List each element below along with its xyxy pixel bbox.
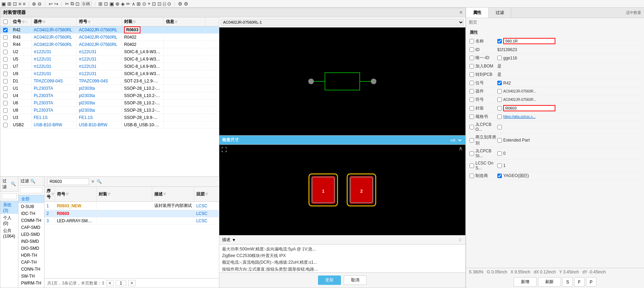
row-checkbox[interactable] (3, 79, 8, 83)
sort-comp-icon[interactable]: ▽ (43, 20, 45, 24)
table-row[interactable]: R44 AC0402JR-07560RL AC0402JR-07560RL R0… (0, 41, 219, 48)
cat-item-comm[interactable]: COMM-TH (18, 217, 44, 224)
prop-val-check-spec[interactable] (497, 114, 502, 119)
expand-icon[interactable]: ⛶ (221, 147, 227, 153)
tab-properties[interactable]: 属性 (466, 8, 489, 18)
prop-check-lcsc[interactable] (470, 163, 474, 168)
toolbar-icon-27[interactable]: ⚙ (178, 1, 182, 7)
search-icon[interactable]: 🔍 (97, 179, 102, 184)
prop-check-jlcpcb-st[interactable] (470, 151, 474, 156)
cat-item-ind[interactable]: IND-SMD (18, 238, 44, 245)
prop-val-check-custom-cat[interactable] (497, 138, 502, 143)
toolbar-icon-16[interactable]: ⊕ (115, 1, 120, 7)
toolbar-icon-18[interactable]: ✏ (126, 1, 130, 7)
toolbar-icon-7[interactable]: ⊖ (38, 1, 42, 7)
row-checkbox[interactable] (3, 123, 8, 127)
prop-check-uid[interactable] (470, 56, 474, 60)
prop-check-comp[interactable] (470, 89, 474, 94)
row-checkbox[interactable] (3, 101, 8, 105)
sort-info-icon[interactable]: ▽ (175, 20, 177, 24)
close-button[interactable]: × (459, 9, 463, 16)
sort-num-icon[interactable]: ▽ (51, 192, 54, 196)
prop-input-name[interactable] (503, 38, 555, 44)
table-row[interactable]: U3 FE1.1S FE1.1S SSOP-28_L9.9-W3.9-P0... (0, 114, 219, 121)
page-input[interactable] (116, 280, 126, 286)
sort-desc-icon[interactable]: ▽ (163, 192, 166, 196)
row-checkbox[interactable] (3, 57, 8, 62)
toolbar-icon-28[interactable]: ⚙ (184, 1, 188, 7)
row-checkbox[interactable] (3, 42, 8, 47)
prop-check-sym[interactable] (470, 97, 474, 102)
table-row[interactable]: U2 π122U31 π122U31 SOIC-8_L4.9-W3.9-P1.2… (0, 48, 219, 56)
spec-link[interactable]: https://atta.szlcsc.c... (503, 115, 536, 119)
toolbar-icon-22[interactable]: ⌖ (148, 1, 150, 7)
refresh-button[interactable]: 刷新 (538, 277, 561, 287)
prop-val-check-pos[interactable] (497, 81, 502, 85)
row-checkbox[interactable] (3, 35, 8, 40)
filter-search-input[interactable] (2, 193, 17, 199)
prop-input-pkg[interactable] (503, 105, 555, 111)
toolbar-icon-21[interactable]: ⊙ (142, 1, 146, 7)
table-row[interactable]: U6 PL2303TA pl2303ta SSOP-28_L10.2-W5.3-… (0, 99, 219, 107)
cat-item-all[interactable]: 全部 (18, 195, 44, 203)
filename-input[interactable]: R0603 (47, 178, 89, 185)
cat-item-pwrm[interactable]: PWRM-TH (18, 280, 44, 287)
prop-check-mfr[interactable] (470, 174, 474, 178)
p-button[interactable]: P (586, 277, 596, 287)
update-button[interactable]: 更新 (318, 275, 341, 285)
table-row[interactable]: R42 AC0402JR-07560RL AC0402JR-07560RL R0… (0, 26, 219, 34)
category-search-input[interactable] (20, 187, 43, 193)
row-checkbox[interactable] (3, 28, 8, 32)
cat-item-dio[interactable]: DIO-SMD (18, 245, 44, 252)
toolbar-icon-14[interactable]: ⊡ (104, 1, 108, 7)
prop-check-id[interactable] (470, 47, 474, 52)
toolbar-icon-20[interactable]: ⊞ (137, 1, 141, 7)
toolbar-icon-1[interactable]: ▣ (1, 1, 6, 7)
zoom-input[interactable]: 0.05 (81, 1, 92, 6)
cat-item-cap[interactable]: CAP-SMD (18, 224, 44, 231)
sort-src-icon[interactable]: ▽ (205, 192, 208, 196)
table-row[interactable]: U8 PL2303TA pl2303ta SSOP-28_L10.2-W5.3-… (0, 107, 219, 114)
f-button[interactable]: F (574, 277, 584, 287)
cat-item-conn[interactable]: CONN-TH (18, 266, 44, 273)
table-row[interactable]: R43 AC0402JR-07560RL AC0402JR-07560RL R0… (0, 34, 219, 41)
row-checkbox[interactable] (3, 72, 8, 76)
toolbar-icon-12[interactable]: ⊡ (75, 1, 80, 7)
row-checkbox[interactable] (3, 86, 8, 91)
row-checkbox[interactable] (3, 64, 8, 69)
preview-dropdown[interactable]: AC0402JR-07560RL-1 (221, 19, 464, 26)
cat-item-captH[interactable]: CAP-TH (18, 259, 44, 266)
s-button[interactable]: S (562, 277, 573, 287)
prop-check-spec[interactable] (470, 114, 474, 119)
table-row[interactable]: U5 π122U31 π122U31 SOIC-8_L4.9-W3.9-P1.2… (0, 56, 219, 63)
sort-pos-icon[interactable]: ▽↑↓ (22, 20, 27, 24)
row-checkbox[interactable] (3, 50, 8, 54)
table-row[interactable]: U4 PL2303TA pl2303ta SSOP-28_L10.2-W5.3-… (0, 92, 219, 99)
cancel-button[interactable]: 取消 (344, 275, 367, 285)
unit-select[interactable]: mil mm (449, 138, 463, 143)
toolbar-icon-9[interactable]: ↪ (54, 1, 58, 7)
toolbar-icon-24[interactable]: ⊡ (157, 1, 162, 7)
toolbar-icon-25[interactable]: ⌸ (163, 1, 166, 7)
toolbar-icon-26[interactable]: ⊙ (167, 1, 171, 7)
toolbar-icon-10[interactable]: ✂ (65, 1, 69, 7)
toolbar-icon-5[interactable]: ≡ (23, 1, 25, 7)
toolbar-icon-4[interactable]: ≡ (18, 1, 21, 7)
toolbar-icon-15[interactable]: ▣ (109, 1, 114, 7)
cat-item-sw[interactable]: SW-TH (18, 273, 44, 280)
pkg-list-row[interactable]: 2 R0603 LCSC 20 (44, 210, 233, 217)
select-all-checkbox[interactable] (3, 19, 8, 24)
sort-sym-icon[interactable]: ▽ (88, 20, 90, 24)
toolbar-icon-2[interactable]: ⊞ (7, 1, 11, 7)
prop-check-pos[interactable] (470, 81, 474, 85)
prop-val-check-lcsc[interactable] (497, 163, 502, 168)
toolbar-icon-grid[interactable]: ⊞ (98, 1, 103, 7)
prop-val-check-pkg[interactable] (497, 106, 502, 111)
sort-sym-icon[interactable]: ▽ (66, 192, 68, 196)
table-row[interactable]: USB2 USB-B10-BRW USB-B10-BRW USB-B_USB-1… (0, 121, 219, 129)
table-row[interactable]: D1 TPAZC099-04S TPAZC099-04S SOT-23-6_L2… (0, 78, 219, 85)
row-checkbox[interactable] (3, 108, 8, 113)
toolbar-icon-17[interactable]: ◈ (121, 1, 125, 7)
prev-page-button[interactable]: < (106, 280, 114, 286)
prop-val-check-mfr[interactable] (497, 174, 502, 178)
